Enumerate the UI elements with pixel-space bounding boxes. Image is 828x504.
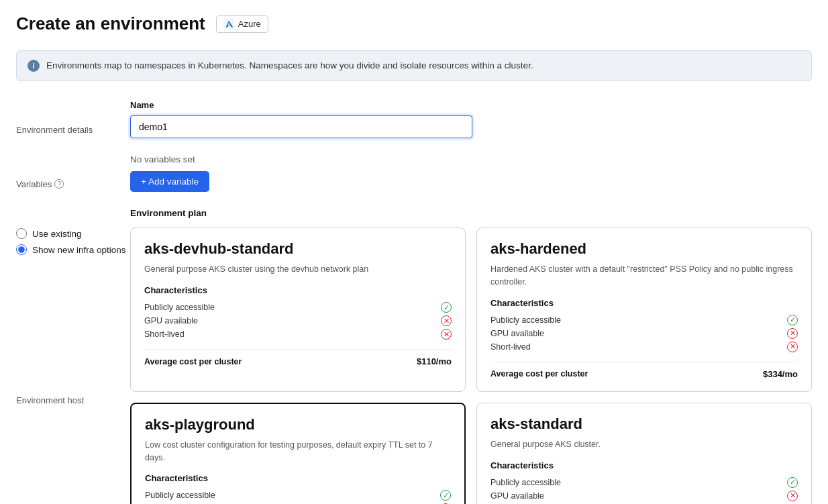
characteristics-title-aks-hardened: Characteristics (490, 298, 798, 308)
radio-input-show-new[interactable] (16, 244, 27, 255)
radio-option-show-new[interactable]: Show new infra options (16, 244, 126, 255)
environment-name-input[interactable] (130, 115, 472, 138)
variables-label: Variables ? (16, 154, 130, 208)
cross-icon: ✕ (441, 329, 452, 340)
characteristics-title-aks-devhub-standard: Characteristics (144, 285, 452, 295)
environment-details-label: Environment details (16, 100, 130, 154)
info-banner: i Environments map to namespaces in Kube… (16, 50, 812, 81)
plan-name-aks-hardened: aks-hardened (490, 240, 798, 258)
plan-name-aks-playground: aks-playground (145, 416, 451, 434)
check-icon: ✓ (787, 477, 798, 488)
environment-plan-title: Environment plan (130, 208, 812, 218)
characteristics-title-aks-playground: Characteristics (145, 473, 451, 483)
azure-label: Azure (238, 19, 261, 29)
radio-option-use-existing[interactable]: Use existing (16, 228, 126, 239)
characteristic-label: Publicly accessible (144, 303, 215, 312)
characteristic-row: Short-lived✕ (144, 327, 452, 341)
plan-card-aks-standard[interactable]: aks-standardGeneral purpose AKS cluster.… (476, 403, 812, 504)
info-icon: i (28, 60, 40, 72)
radio-label-use-existing: Use existing (32, 229, 82, 239)
characteristic-label: GPU available (490, 329, 544, 338)
cross-icon: ✕ (441, 315, 452, 326)
add-variable-button[interactable]: + Add variable (130, 171, 209, 192)
characteristic-row: GPU available✕ (490, 327, 798, 340)
characteristic-label: GPU available (144, 316, 198, 325)
page-header: Create an environment Azure (16, 13, 812, 34)
plan-name-aks-devhub-standard: aks-devhub-standard (144, 240, 452, 258)
cross-icon: ✕ (787, 491, 798, 501)
plan-grid: aks-devhub-standardGeneral purpose AKS c… (130, 228, 812, 504)
characteristic-label: Publicly accessible (490, 315, 561, 325)
characteristic-row: GPU available✕ (144, 314, 452, 327)
info-banner-text: Environments map to namespaces in Kubern… (46, 59, 533, 72)
characteristic-row: Publicly accessible✓ (490, 313, 798, 327)
cost-value-aks-hardened: $334/mo (763, 369, 798, 379)
cost-row-aks-devhub-standard: Average cost per cluster$110/mo (144, 349, 452, 366)
characteristic-label: Short-lived (490, 342, 531, 352)
plan-card-aks-hardened[interactable]: aks-hardenedHardened AKS cluster with a … (476, 228, 812, 392)
cross-icon: ✕ (787, 342, 798, 352)
radio-input-use-existing[interactable] (16, 228, 27, 239)
plan-description-aks-playground: Low cost cluster configuration for testi… (145, 439, 451, 464)
check-icon: ✓ (787, 315, 798, 325)
characteristic-row: Publicly accessible✓ (145, 489, 451, 502)
variables-help-icon: ? (54, 179, 64, 189)
cost-label-aks-hardened: Average cost per cluster (490, 369, 588, 379)
plan-card-aks-playground[interactable]: aks-playgroundLow cost cluster configura… (130, 403, 466, 504)
plan-name-aks-standard: aks-standard (490, 415, 798, 433)
form-layout: Environment details Name Variables ? No … (16, 100, 812, 504)
page-title: Create an environment (16, 13, 205, 34)
host-radio-group: Use existingShow new infra options (16, 228, 126, 255)
check-icon: ✓ (441, 302, 452, 313)
azure-badge: Azure (216, 15, 268, 33)
characteristic-label: Publicly accessible (490, 478, 561, 487)
check-icon: ✓ (440, 490, 451, 501)
characteristic-label: Short-lived (144, 330, 185, 339)
characteristic-row: Short-lived✕ (490, 340, 798, 354)
characteristic-label: GPU available (490, 491, 544, 501)
svg-rect-0 (223, 19, 234, 30)
name-field-label: Name (130, 100, 812, 110)
radio-label-show-new: Show new infra options (32, 245, 126, 255)
characteristics-title-aks-standard: Characteristics (490, 460, 798, 470)
azure-icon (223, 19, 234, 30)
cost-value-aks-devhub-standard: $110/mo (417, 356, 452, 366)
cost-row-aks-hardened: Average cost per cluster$334/mo (490, 362, 798, 379)
characteristic-row: Publicly accessible✓ (490, 476, 798, 489)
characteristic-row: Publicly accessible✓ (144, 301, 452, 314)
environment-details-content: Name (130, 100, 812, 154)
environment-host-content: Environment plan aks-devhub-standardGene… (130, 208, 812, 504)
cost-label-aks-devhub-standard: Average cost per cluster (144, 357, 242, 366)
cross-icon: ✕ (787, 328, 798, 339)
characteristic-label: Publicly accessible (145, 491, 215, 500)
plan-description-aks-standard: General purpose AKS cluster. (490, 438, 798, 451)
variables-content: No variables set + Add variable (130, 154, 812, 208)
plan-card-aks-devhub-standard[interactable]: aks-devhub-standardGeneral purpose AKS c… (130, 228, 466, 392)
plan-description-aks-devhub-standard: General purpose AKS cluster using the de… (144, 263, 452, 276)
plan-description-aks-hardened: Hardened AKS cluster with a default "res… (490, 263, 798, 289)
no-variables-text: No variables set (130, 154, 812, 164)
characteristic-row: GPU available✕ (490, 489, 798, 503)
